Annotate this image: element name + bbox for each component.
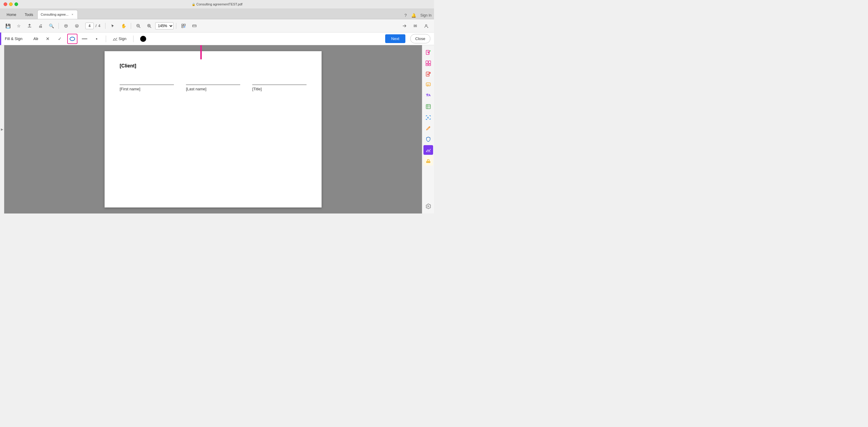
last-name-field: [Last name]: [186, 78, 240, 91]
bookmark-button[interactable]: ☆: [14, 21, 24, 31]
close-button[interactable]: [4, 2, 7, 6]
lock-icon: 🔒: [192, 3, 195, 6]
title-field: [Title]: [252, 78, 307, 91]
svg-rect-6: [182, 26, 183, 28]
share-button[interactable]: [400, 21, 409, 31]
page-navigation: 4 / 4: [85, 23, 100, 29]
svg-point-9: [70, 37, 75, 41]
last-name-line: [186, 78, 240, 85]
fs-divider-2: [133, 36, 133, 42]
pen-icon: [426, 126, 431, 131]
zoom-out-icon: [136, 24, 141, 28]
save-button[interactable]: 💾: [3, 21, 13, 31]
sign-icon: [113, 37, 118, 41]
notification-icon[interactable]: 🔔: [411, 13, 416, 18]
export-pdf-button[interactable]: [424, 69, 433, 79]
protect-button[interactable]: [424, 134, 433, 144]
svg-rect-14: [429, 61, 431, 64]
measure-button[interactable]: [190, 21, 199, 31]
prev-page-button[interactable]: [61, 21, 71, 31]
main-layout: ▶ [Client] [First name] [Last name] [Tit…: [0, 45, 434, 214]
title-bar: 🔒 Consulting agreementTEST.pdf: [0, 0, 434, 8]
upload-icon: [27, 24, 32, 28]
total-pages: 4: [98, 24, 100, 28]
cursor-tool-button[interactable]: [108, 21, 118, 31]
pdf-page: [Client] [First name] [Last name] [Title…: [104, 51, 321, 207]
svg-rect-4: [182, 24, 183, 26]
toolbar-divider-2: [105, 23, 105, 29]
hand-tool-button[interactable]: ✋: [119, 21, 128, 31]
edit-pdf-icon: [426, 50, 431, 55]
document-tab-label: Consulting agree...: [41, 13, 68, 16]
first-name-line: [120, 78, 174, 85]
edit-pdf-button[interactable]: [424, 47, 433, 57]
circle-icon: [70, 37, 75, 41]
maximize-button[interactable]: [14, 2, 18, 6]
layout-icon: [181, 24, 186, 28]
home-tab[interactable]: Home: [2, 10, 21, 19]
page-separator: /: [96, 24, 96, 28]
zoom-out-button[interactable]: [133, 21, 143, 31]
extract-data-icon: [426, 104, 431, 109]
sign-button[interactable]: Sign: [110, 35, 129, 42]
settings-icon: [426, 203, 431, 209]
document-tab[interactable]: Consulting agree... ×: [37, 10, 78, 19]
ocr-button[interactable]: [424, 112, 433, 122]
toolbar-divider-4: [176, 23, 176, 29]
client-label: [Client]: [120, 63, 307, 69]
email-button[interactable]: ✉: [410, 21, 420, 31]
next-page-button[interactable]: [72, 21, 82, 31]
stamp-icon: [426, 158, 431, 164]
sign-label: Sign: [119, 36, 127, 41]
extract-data-button[interactable]: [424, 102, 433, 111]
right-sidebar: [422, 45, 434, 214]
print-button[interactable]: 🖨: [36, 21, 45, 31]
search-button[interactable]: 🔍: [46, 21, 56, 31]
layout-button[interactable]: [179, 21, 188, 31]
dot-tool-button[interactable]: ●: [92, 34, 101, 44]
svg-rect-22: [427, 160, 429, 161]
svg-rect-16: [429, 64, 431, 66]
stamp-button[interactable]: [424, 156, 433, 166]
organize-pages-icon: [426, 61, 431, 66]
color-picker[interactable]: [140, 36, 146, 42]
tab-close-button[interactable]: ×: [70, 12, 74, 17]
help-icon[interactable]: ?: [404, 13, 407, 18]
page-number-input[interactable]: 4: [85, 23, 94, 29]
circle-tool-button[interactable]: [67, 34, 78, 44]
zoom-in-button[interactable]: [144, 21, 154, 31]
tab-bar: Home Tools Consulting agree... × ? 🔔 Sig…: [0, 8, 434, 19]
zoom-in-icon: [147, 24, 151, 28]
cursor-icon: [111, 24, 115, 28]
sign-in-button[interactable]: Sign In: [421, 13, 432, 18]
dash-tool-button[interactable]: —: [80, 34, 90, 44]
fill-sign-bar: Fill & Sign Ab ✕ ✓ — ● Sign Next Close: [0, 33, 434, 45]
comment-button[interactable]: [424, 80, 433, 90]
zoom-select[interactable]: 145% 100% 75%: [155, 22, 174, 30]
document-fields-row: [First name] [Last name] [Title]: [120, 78, 307, 91]
check-tool-button[interactable]: ✓: [55, 34, 65, 44]
minimize-button[interactable]: [9, 2, 13, 6]
text-tool-button[interactable]: Ab: [31, 34, 41, 44]
upload-button[interactable]: [25, 21, 34, 31]
pen-button[interactable]: [424, 124, 433, 133]
title-label: [Title]: [252, 87, 307, 91]
export-pdf-icon: [426, 71, 431, 77]
settings-button[interactable]: [424, 201, 433, 211]
translate-button[interactable]: [424, 91, 433, 101]
svg-rect-5: [184, 24, 185, 26]
cross-tool-button[interactable]: ✕: [43, 34, 53, 44]
next-page-icon: [75, 24, 79, 28]
fill-sign-sidebar-button[interactable]: [424, 145, 433, 155]
svg-rect-15: [426, 64, 428, 66]
account-button[interactable]: [421, 21, 431, 31]
measure-icon: [192, 24, 196, 28]
left-panel-toggle[interactable]: ▶: [0, 45, 4, 214]
close-button[interactable]: Close: [410, 34, 430, 43]
tools-tab[interactable]: Tools: [21, 10, 37, 19]
svg-point-8: [426, 24, 427, 26]
first-name-field: [First name]: [120, 78, 174, 91]
organize-pages-button[interactable]: [424, 58, 433, 68]
next-button[interactable]: Next: [385, 34, 405, 43]
arrow-annotation: [177, 45, 237, 65]
